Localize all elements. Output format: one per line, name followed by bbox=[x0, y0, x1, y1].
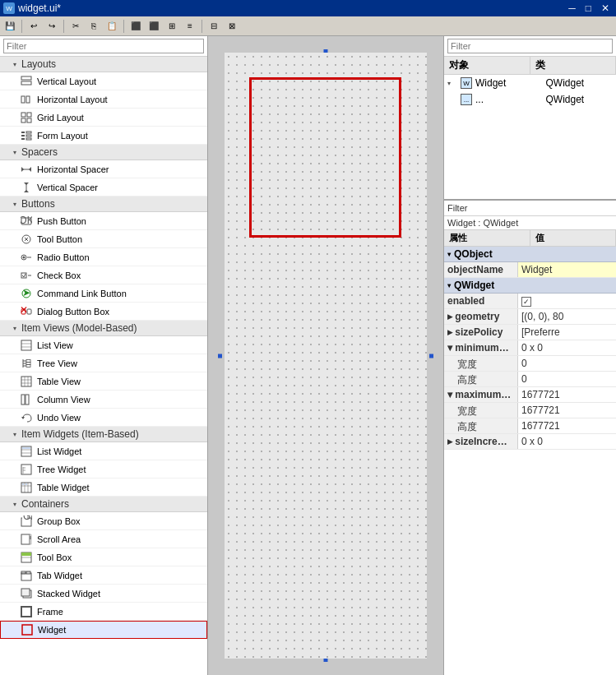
list-item[interactable]: Table View bbox=[0, 372, 207, 391]
tree-row[interactable]: ... ... QWidget bbox=[444, 91, 616, 108]
category-layouts[interactable]: ▾ Layouts bbox=[0, 57, 207, 72]
list-item[interactable]: Tree Widget bbox=[0, 460, 207, 479]
list-item-widget[interactable]: Widget bbox=[0, 621, 207, 639]
list-item[interactable]: Grid Layout bbox=[0, 109, 207, 127]
canvas-handle-right[interactable] bbox=[429, 354, 433, 358]
list-item[interactable]: Stacked Widget bbox=[0, 585, 207, 603]
list-item[interactable]: Tab Widget bbox=[0, 566, 207, 585]
svg-rect-10 bbox=[21, 135, 25, 136]
prop-row[interactable]: 宽度 0 bbox=[444, 356, 616, 372]
window-controls: ─ □ ✕ bbox=[565, 2, 613, 14]
prop-row[interactable]: enabled ✓ bbox=[444, 294, 616, 309]
copy-btn[interactable]: ⎘ bbox=[86, 18, 102, 35]
prop-row[interactable]: ▾ maximumSize 1677721 bbox=[444, 387, 616, 403]
list-item[interactable]: Vertical Layout bbox=[0, 72, 207, 90]
svg-rect-43 bbox=[21, 377, 31, 386]
list-item[interactable]: GB Group Box bbox=[0, 512, 207, 530]
prop-objectname-value[interactable]: Widget bbox=[518, 262, 616, 277]
prop-row[interactable]: ▸ geometry [(0, 0), 80 bbox=[444, 309, 616, 325]
list-item[interactable]: Table Widget bbox=[0, 479, 207, 497]
tree-header: 对象 类 bbox=[444, 57, 616, 75]
list-item[interactable]: Tool Button bbox=[0, 230, 207, 248]
list-item[interactable]: Column View bbox=[0, 391, 207, 409]
list-item[interactable]: Check Box bbox=[0, 266, 207, 284]
layout-v-btn[interactable]: ⬛ bbox=[146, 18, 162, 35]
right-filter-input[interactable] bbox=[447, 39, 613, 53]
list-item[interactable]: ✕ Dialog Button Box bbox=[0, 303, 207, 321]
list-item[interactable]: Undo View bbox=[0, 409, 207, 427]
left-filter-input[interactable] bbox=[3, 39, 204, 53]
category-spacers[interactable]: ▾ Spacers bbox=[0, 145, 207, 160]
tree-row[interactable]: ▾ W Widget QWidget bbox=[444, 75, 616, 91]
break-layout-btn[interactable]: ⊟ bbox=[206, 18, 222, 35]
list-item[interactable]: Horizontal Spacer bbox=[0, 160, 207, 178]
form-layout-label: Form Layout bbox=[37, 131, 88, 141]
prop-row[interactable]: ▸ sizeIncrement 0 x 0 bbox=[444, 434, 616, 450]
tree-widget-icon bbox=[20, 463, 33, 476]
save-btn[interactable]: 💾 bbox=[2, 18, 18, 35]
tree-expand-arrow[interactable]: ▾ bbox=[447, 80, 457, 87]
grid-btn[interactable]: ⊞ bbox=[164, 18, 180, 35]
list-item[interactable]: Radio Button bbox=[0, 248, 207, 266]
design-canvas[interactable] bbox=[208, 36, 443, 675]
widget-rectangle[interactable] bbox=[249, 77, 401, 238]
col-class: 类 bbox=[530, 57, 617, 74]
enabled-checkbox[interactable]: ✓ bbox=[521, 297, 531, 307]
adjust-btn[interactable]: ⊠ bbox=[224, 18, 240, 35]
canvas-handle-left[interactable] bbox=[218, 354, 222, 358]
svg-marker-50 bbox=[21, 417, 25, 419]
close-btn[interactable]: ✕ bbox=[598, 2, 613, 14]
category-buttons[interactable]: ▾ Buttons bbox=[0, 196, 207, 212]
paste-btn[interactable]: 📋 bbox=[104, 18, 120, 35]
category-item-views[interactable]: ▾ Item Views (Model-Based) bbox=[0, 321, 207, 336]
prop-row[interactable]: ▾ minimumSize 0 x 0 bbox=[444, 340, 616, 356]
object-tree-panel: 对象 类 ▾ W Widget QWidget ... ... QWidget bbox=[444, 36, 616, 201]
qwidget-arrow: ▾ bbox=[447, 282, 451, 289]
category-item-widgets[interactable]: ▾ Item Widgets (Item-Based) bbox=[0, 427, 207, 442]
list-item[interactable]: ➤ Command Link Button bbox=[0, 284, 207, 303]
props-subtitle: Widget : QWidget bbox=[444, 216, 616, 230]
dialog-btn-icon: ✕ bbox=[20, 305, 33, 318]
list-view-label: List View bbox=[37, 340, 73, 350]
horizontal-layout-label: Horizontal Layout bbox=[37, 95, 108, 104]
layout-h-btn[interactable]: ⬛ bbox=[127, 18, 144, 35]
prop-height-value-2[interactable]: 1677721 bbox=[518, 418, 616, 433]
list-item[interactable]: List View bbox=[0, 336, 207, 354]
list-item[interactable]: Scroll Area bbox=[0, 530, 207, 548]
minimize-btn[interactable]: ─ bbox=[565, 2, 579, 14]
prop-row[interactable]: ▸ sizePolicy [Preferre bbox=[444, 325, 616, 340]
table-view-label: Table View bbox=[37, 377, 81, 386]
form-btn[interactable]: ≡ bbox=[182, 18, 198, 35]
list-item[interactable]: Vertical Spacer bbox=[0, 178, 207, 196]
list-item[interactable]: Tool Box bbox=[0, 548, 207, 566]
titlebar: W widget.ui* ─ □ ✕ bbox=[0, 0, 616, 16]
prop-height-value-1[interactable]: 0 bbox=[518, 372, 616, 386]
category-containers[interactable]: ▾ Containers bbox=[0, 497, 207, 512]
undo-btn[interactable]: ↩ bbox=[25, 18, 42, 35]
prop-width-value-2[interactable]: 1677721 bbox=[518, 403, 616, 418]
svg-marker-15 bbox=[21, 167, 24, 172]
maximize-btn[interactable]: □ bbox=[582, 2, 595, 14]
list-item[interactable]: Frame bbox=[0, 603, 207, 621]
category-spacers-label: Spacers bbox=[21, 146, 58, 158]
list-item[interactable]: Horizontal Layout bbox=[0, 90, 207, 109]
list-item[interactable]: Form Layout bbox=[0, 127, 207, 145]
vertical-layout-label: Vertical Layout bbox=[37, 76, 96, 86]
prop-enabled-value[interactable]: ✓ bbox=[518, 294, 616, 308]
category-item-views-label: Item Views (Model-Based) bbox=[21, 322, 137, 334]
prop-row[interactable]: objectName Widget bbox=[444, 262, 616, 278]
qobject-section[interactable]: ▾ QObject bbox=[444, 247, 616, 262]
list-item[interactable]: Tree View bbox=[0, 354, 207, 372]
prop-row[interactable]: 高度 1677721 bbox=[444, 418, 616, 434]
containers-arrow: ▾ bbox=[13, 501, 16, 508]
prop-row[interactable]: 高度 0 bbox=[444, 372, 616, 387]
cut-btn[interactable]: ✂ bbox=[67, 18, 84, 35]
check-box-icon bbox=[20, 269, 33, 282]
qwidget-section[interactable]: ▾ QWidget bbox=[444, 278, 616, 294]
list-item[interactable]: OK Push Button bbox=[0, 212, 207, 230]
svg-text:✕: ✕ bbox=[21, 306, 28, 316]
list-item[interactable]: List Widget bbox=[0, 442, 207, 460]
prop-row[interactable]: 宽度 1677721 bbox=[444, 403, 616, 418]
prop-width-value-1[interactable]: 0 bbox=[518, 356, 616, 371]
redo-btn[interactable]: ↪ bbox=[44, 18, 60, 35]
